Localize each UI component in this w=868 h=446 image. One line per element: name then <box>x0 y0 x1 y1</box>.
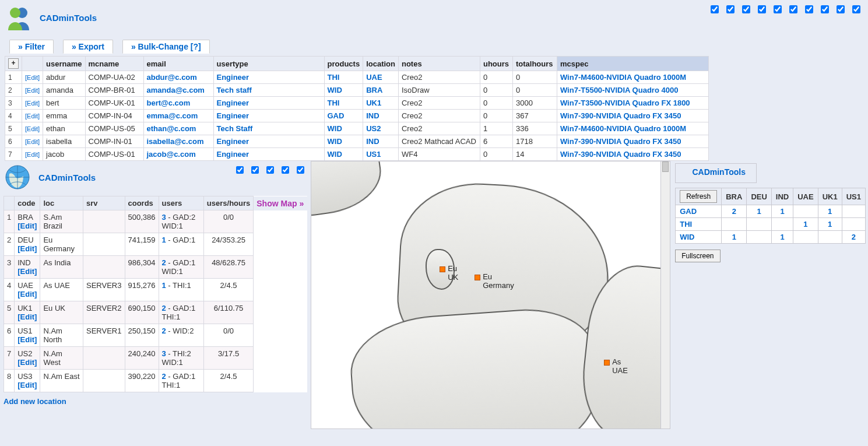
app-title: CADminTools <box>40 13 97 23</box>
email-link[interactable]: isabella@c.com <box>147 137 204 146</box>
col-check-1[interactable] <box>726 5 735 13</box>
loc-col-check-2[interactable] <box>266 166 274 174</box>
show-map-link[interactable]: Show Map » <box>256 199 304 208</box>
col-totalhours[interactable]: totalhours <box>512 57 557 71</box>
user-row: 2[Edit]amandaCOMP-BR-01amanda@c.comTech … <box>5 84 709 97</box>
column-toggle-checks <box>708 3 862 15</box>
loc-col-n[interactable] <box>4 196 15 210</box>
add-location-link[interactable]: Add new location <box>3 397 66 406</box>
loc-col-code[interactable]: code <box>15 196 40 210</box>
col-username[interactable]: username <box>43 57 85 71</box>
col-location[interactable]: location <box>363 57 399 71</box>
pivot-col-UK1[interactable]: UK1 <box>818 188 842 205</box>
pivot-table: RefreshBRADEUINDUAEUK1US1 GAD2111THI11WI… <box>675 188 866 244</box>
col-usertype[interactable]: usertype <box>213 57 324 71</box>
locations-table: codelocsrvcoordsusersusers/hoursShow Map… <box>3 196 307 392</box>
pivot-col-IND[interactable]: IND <box>771 188 793 205</box>
loc-col-check-3[interactable] <box>282 166 289 174</box>
refresh-button[interactable]: Refresh <box>680 190 717 203</box>
help-icon[interactable]: [?] <box>191 42 201 51</box>
user-row: 7[Edit]jacobCOMP-US-01jacob@c.comEnginee… <box>5 148 709 161</box>
edit-link[interactable]: [Edit] <box>25 74 40 81</box>
col-check-4[interactable] <box>774 5 782 13</box>
email-link[interactable]: ethan@c.com <box>147 124 196 133</box>
col-mcspec[interactable]: mcspec <box>557 57 708 71</box>
edit-link[interactable]: [Edit] <box>25 100 40 107</box>
user-row: 5[Edit]ethanCOMP-US-05ethan@c.comTech St… <box>5 122 709 135</box>
pivot-col-DEU[interactable]: DEU <box>747 188 771 205</box>
user-row: 4[Edit]emmaCOMP-IN-04emma@c.comEngineerG… <box>5 110 709 122</box>
col-products[interactable]: products <box>324 57 363 71</box>
loc-col-check-1[interactable] <box>251 166 259 174</box>
loc-col-loc[interactable]: loc <box>40 196 83 210</box>
loc-row: 1BRA[Edit]S.Am Brazil500,3863 - GAD:2 WI… <box>4 210 307 233</box>
col-uhours[interactable]: uhours <box>480 57 512 71</box>
col-check-9[interactable] <box>852 5 860 13</box>
pivot-col-US1[interactable]: US1 <box>842 188 865 205</box>
col-check-8[interactable] <box>837 5 845 13</box>
world-map[interactable]: EuUKEuGermanyAsUAE <box>311 161 670 429</box>
map-marker-uae[interactable]: AsUAE <box>604 359 610 367</box>
user-row: 3[Edit]bertCOMP-UK-01bert@c.comEngineerT… <box>5 97 709 110</box>
edit-link[interactable]: [Edit] <box>25 138 40 145</box>
email-link[interactable]: amanda@c.com <box>147 86 205 94</box>
fullscreen-button[interactable]: Fullscreen <box>675 250 720 262</box>
loc-edit-link[interactable]: [Edit] <box>17 222 37 230</box>
loc-edit-link[interactable]: [Edit] <box>17 312 37 321</box>
email-link[interactable]: bert@c.com <box>147 99 191 107</box>
loc-col-coords[interactable]: coords <box>125 196 159 210</box>
col-check-7[interactable] <box>821 5 829 13</box>
loc-col-check-4[interactable] <box>297 166 304 174</box>
col-check-6[interactable] <box>805 5 813 13</box>
filter-tab[interactable]: » Filter <box>9 40 54 54</box>
email-link[interactable]: jacob@c.com <box>147 150 196 159</box>
loc-row: 4UAE[Edit]As UAESERVER3915,2761 - THI:12… <box>4 279 307 301</box>
bulkchange-tab[interactable]: » Bulk-Change [?] <box>122 40 210 54</box>
user-row: 6[Edit]isabellaCOMP-IN-01isabella@c.comE… <box>5 135 709 148</box>
col-check-3[interactable] <box>758 5 766 13</box>
map-marker-uk[interactable]: EuUK <box>440 265 445 274</box>
pivot-col-BRA[interactable]: BRA <box>722 188 747 205</box>
loc-col-users[interactable]: users <box>159 196 203 210</box>
loc-edit-link[interactable]: [Edit] <box>17 381 37 389</box>
add-user-button[interactable]: + <box>8 58 19 69</box>
locations-panel: CADminTools codelocsrvcoordsusersusers/h… <box>0 161 311 410</box>
edit-link[interactable]: [Edit] <box>25 113 40 120</box>
col-email[interactable]: email <box>143 57 213 71</box>
globe-icon <box>3 163 31 191</box>
pivot-col-UAE[interactable]: UAE <box>793 188 818 205</box>
pivot-row: THI11 <box>676 218 866 231</box>
loc-row: 5UK1[Edit]Eu UKSERVER2690,1502 - GAD:1 T… <box>4 301 307 324</box>
loc-edit-link[interactable]: [Edit] <box>17 290 37 298</box>
email-link[interactable]: abdur@c.com <box>147 73 197 82</box>
loc-edit-link[interactable]: [Edit] <box>17 358 37 367</box>
edit-link[interactable]: [Edit] <box>25 125 40 132</box>
marker-icon <box>475 275 480 280</box>
user-row: 1[Edit]abdurCOMP-UA-02abdur@c.comEnginee… <box>5 71 709 84</box>
export-tab[interactable]: » Export <box>63 40 113 54</box>
loc-edit-link[interactable]: [Edit] <box>17 244 37 253</box>
loc-edit-link[interactable]: [Edit] <box>17 267 37 276</box>
loc-column-checks <box>234 164 306 175</box>
marker-icon <box>440 266 445 272</box>
map-scrollbar[interactable] <box>660 161 670 429</box>
users-icon <box>5 3 33 31</box>
edit-link[interactable]: [Edit] <box>25 87 40 94</box>
col-check-5[interactable] <box>789 5 797 13</box>
loc-col-srv[interactable]: srv <box>83 196 125 210</box>
col-notes[interactable]: notes <box>398 57 480 71</box>
pivot-row: WID112 <box>676 231 866 244</box>
map-marker-germany[interactable]: EuGermany <box>475 273 480 282</box>
edit-link[interactable]: [Edit] <box>25 151 40 158</box>
loc-row: 2DEU[Edit]Eu Germany741,1591 - GAD:124/3… <box>4 233 307 256</box>
loc-edit-link[interactable]: [Edit] <box>17 335 37 344</box>
loc-col-users/hours[interactable]: users/hours <box>203 196 253 210</box>
email-link[interactable]: emma@c.com <box>147 111 198 120</box>
col-mcname[interactable]: mcname <box>85 57 143 71</box>
loc-row: 3IND[Edit]As India986,3042 - GAD:1 WID:1… <box>4 256 307 279</box>
col-check-2[interactable] <box>742 5 750 13</box>
loc-col-check-0[interactable] <box>236 166 244 174</box>
col-n[interactable]: + <box>5 57 22 71</box>
col-check-0[interactable] <box>711 5 719 13</box>
col-n[interactable] <box>22 57 43 71</box>
